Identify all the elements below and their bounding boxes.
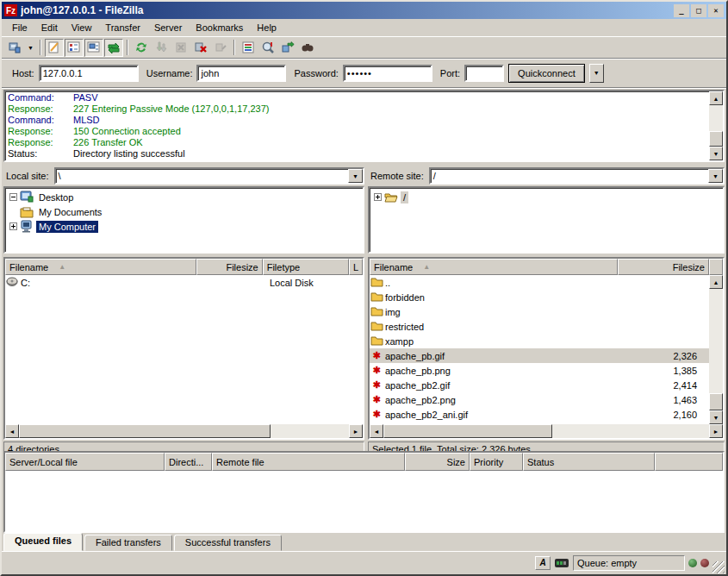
tree-item-root[interactable]: /	[371, 190, 723, 204]
synchronized-browsing-icon[interactable]	[278, 39, 297, 57]
file-row[interactable]: ✱apache_pb2.gif2,414	[370, 378, 709, 392]
tree-item-label: /	[401, 191, 408, 203]
column-filesize[interactable]: Filesize	[196, 259, 263, 275]
menu-edit[interactable]: Edit	[34, 21, 65, 34]
file-row[interactable]: ✱apache_pb.gif2,326	[370, 348, 709, 363]
log-line-text: 226 Transfer OK	[73, 137, 143, 148]
scrollbar-thumb[interactable]	[709, 131, 723, 147]
column-priority[interactable]: Priority	[470, 453, 523, 471]
scroll-up-icon[interactable]: ▲	[709, 91, 723, 105]
directory-comparison-icon[interactable]	[258, 39, 277, 57]
column-status[interactable]: Status	[523, 453, 655, 471]
tree-item-my-documents[interactable]: My Documents	[7, 204, 363, 219]
file-row[interactable]: ✱apache_pb.png1,385	[370, 363, 709, 378]
toggle-remote-tree-icon[interactable]	[84, 39, 103, 57]
cancel-operation-icon[interactable]	[171, 39, 190, 57]
scroll-left-icon[interactable]: ◄	[370, 424, 383, 438]
expand-icon[interactable]	[374, 193, 382, 201]
expand-icon[interactable]	[9, 222, 17, 230]
toggle-transfer-queue-icon[interactable]	[104, 39, 123, 57]
scroll-down-icon[interactable]: ▼	[709, 410, 723, 424]
image-file-icon: ✱	[370, 409, 383, 420]
menu-server[interactable]: Server	[147, 21, 189, 34]
log-line-label: Response:	[8, 103, 73, 115]
filter-icon[interactable]	[239, 39, 258, 57]
remote-site-combo[interactable]: / ▼	[429, 167, 725, 185]
chevron-down-icon[interactable]: ▼	[348, 169, 363, 183]
password-label: Password:	[294, 68, 338, 78]
column-size[interactable]: Size	[405, 453, 470, 471]
host-input[interactable]	[39, 65, 139, 82]
local-horizontal-scrollbar[interactable]: ◄ ►	[5, 424, 363, 438]
username-input[interactable]	[196, 65, 286, 82]
minimize-button[interactable]: _	[674, 4, 689, 17]
password-input[interactable]	[343, 65, 432, 82]
speed-limit-icon[interactable]	[554, 556, 569, 570]
local-site-bar: Local site: \ ▼	[3, 166, 364, 185]
close-button[interactable]: ✕	[708, 4, 724, 17]
dir-row[interactable]: xampp	[370, 334, 709, 348]
scrollbar-thumb[interactable]	[19, 424, 271, 438]
chevron-down-icon[interactable]: ▼	[708, 169, 723, 183]
resize-grip[interactable]	[712, 561, 725, 573]
maximize-button[interactable]: □	[691, 4, 706, 17]
menu-transfer[interactable]: Transfer	[98, 21, 147, 34]
scroll-right-icon[interactable]: ►	[349, 424, 363, 438]
dir-row[interactable]: forbidden	[370, 290, 709, 304]
menu-view[interactable]: View	[65, 21, 99, 34]
scroll-left-icon[interactable]: ◄	[5, 424, 19, 438]
process-queue-icon[interactable]	[152, 39, 171, 57]
dir-row[interactable]: ..	[370, 275, 709, 290]
log-vertical-scrollbar[interactable]: ▲ ▼	[709, 91, 723, 160]
tree-item-my-computer[interactable]: My Computer	[7, 219, 363, 234]
led-send-icon	[700, 559, 709, 567]
menu-bookmarks[interactable]: Bookmarks	[189, 21, 250, 34]
menu-file[interactable]: File	[5, 21, 34, 34]
remote-vertical-scrollbar[interactable]: ▲ ▼	[709, 275, 723, 424]
ascii-data-type-icon[interactable]: A	[535, 556, 551, 570]
local-site-value: \	[56, 171, 348, 181]
file-row[interactable]: ✱apache_pb2.png1,463	[370, 392, 709, 407]
scroll-right-icon[interactable]: ►	[709, 424, 723, 438]
scrollbar-thumb[interactable]	[383, 424, 552, 438]
site-manager-dropdown-icon[interactable]: ▼	[25, 39, 36, 57]
local-file-list: Filename▲ Filesize Filetype L C: Local D…	[3, 257, 364, 440]
tab-successful-transfers[interactable]: Successful transfers	[174, 535, 282, 551]
remote-horizontal-scrollbar[interactable]: ◄ ►	[370, 424, 723, 438]
site-manager-icon[interactable]	[5, 39, 24, 57]
file-row-c-drive[interactable]: C: Local Disk	[5, 275, 363, 290]
column-remote-file[interactable]: Remote file	[212, 453, 405, 471]
toolbar-separator	[40, 40, 41, 55]
app-icon: Fz	[4, 4, 17, 16]
column-filename[interactable]: Filename▲	[5, 259, 196, 275]
collapse-icon[interactable]	[9, 193, 17, 201]
scroll-down-icon[interactable]: ▼	[709, 147, 723, 160]
toggle-local-tree-icon[interactable]	[65, 39, 84, 57]
scrollbar-thumb[interactable]	[709, 393, 723, 410]
menu-help[interactable]: Help	[250, 21, 283, 34]
quickconnect-dropdown-icon[interactable]: ▼	[589, 64, 604, 83]
dir-row[interactable]: img	[370, 304, 709, 319]
tab-queued-files[interactable]: Queued files	[3, 533, 83, 551]
reconnect-icon[interactable]	[211, 39, 230, 57]
column-filetype[interactable]: Filetype	[263, 259, 349, 275]
disconnect-icon[interactable]	[191, 39, 210, 57]
file-size: 1,463	[626, 395, 709, 405]
tree-item-desktop[interactable]: Desktop	[7, 190, 363, 204]
column-last-modified[interactable]: L	[349, 259, 363, 275]
column-direction[interactable]: Directi...	[165, 453, 212, 471]
file-row[interactable]: ✱apache_pb2_ani.gif2,160	[370, 407, 709, 422]
refresh-icon[interactable]	[132, 39, 151, 57]
tab-failed-transfers[interactable]: Failed transfers	[84, 535, 172, 551]
local-site-combo[interactable]: \ ▼	[54, 167, 364, 185]
dir-row[interactable]: restricted	[370, 319, 709, 334]
image-file-icon: ✱	[370, 379, 383, 391]
column-filesize[interactable]: Filesize	[618, 259, 709, 275]
find-files-icon[interactable]	[298, 39, 317, 57]
port-input[interactable]	[464, 65, 504, 82]
scroll-up-icon[interactable]: ▲	[709, 275, 723, 289]
toggle-message-log-icon[interactable]	[45, 39, 64, 57]
column-filename[interactable]: Filename▲	[370, 259, 618, 275]
quickconnect-button[interactable]: Quickconnect	[508, 64, 585, 83]
column-server-local-file[interactable]: Server/Local file	[5, 453, 165, 471]
